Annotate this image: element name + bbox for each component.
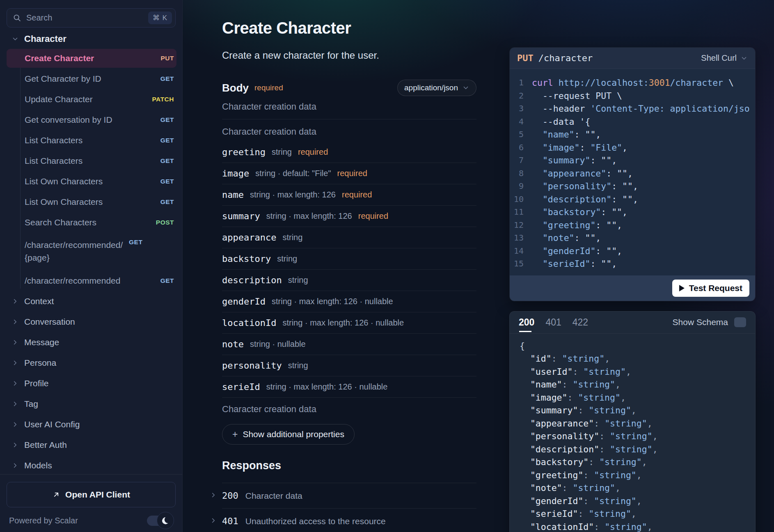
line-number: 12 bbox=[510, 219, 532, 232]
schema-field-row[interactable]: genderIdstring · max length: 126 · nulla… bbox=[222, 291, 476, 312]
response-example-card: 200401422 Show Schema { "id": "string", … bbox=[509, 311, 756, 532]
sidebar-item[interactable]: Get Character by IDGET bbox=[0, 69, 182, 89]
test-request-button[interactable]: Test Request bbox=[672, 280, 749, 297]
schema-field-row[interactable]: serieIdstring · max length: 126 · nullab… bbox=[222, 376, 476, 398]
sidebar-item[interactable]: List CharactersGET bbox=[0, 151, 182, 171]
method-badge: POST bbox=[156, 219, 174, 226]
show-schema-checkbox[interactable] bbox=[734, 317, 746, 327]
schema-field-row[interactable]: imagestring · default: "File"required bbox=[222, 163, 476, 184]
field-name: serieId bbox=[222, 382, 260, 392]
endpoint-label: Search Characters bbox=[25, 218, 151, 227]
field-meta: string bbox=[288, 361, 308, 370]
sidebar-group[interactable]: Persona bbox=[0, 353, 182, 373]
code-text: "summary": "", bbox=[532, 154, 755, 167]
show-additional-properties-button[interactable]: + Show additional properties bbox=[222, 424, 355, 445]
field-name: locationId bbox=[222, 318, 276, 328]
plus-icon: + bbox=[232, 430, 238, 439]
json-line: "userId": "string", bbox=[520, 365, 745, 378]
response-tab-200[interactable]: 200 bbox=[519, 312, 534, 333]
chevron-down-icon bbox=[462, 84, 469, 92]
schema-field-row[interactable]: summarystring · max length: 126required bbox=[222, 206, 476, 227]
code-text: "greeting": "", bbox=[532, 219, 755, 232]
method-badge: GET bbox=[160, 75, 174, 83]
sidebar-item[interactable]: Search CharactersPOST bbox=[0, 212, 182, 233]
sidebar-group[interactable]: Conversation bbox=[0, 312, 182, 332]
search-shortcut-badge: ⌘ K bbox=[148, 11, 172, 24]
schema-description: Character creation data bbox=[222, 126, 476, 138]
response-tabs: 200401422 bbox=[519, 312, 588, 333]
endpoint-label: Create Character bbox=[25, 53, 156, 63]
chevron-down-icon bbox=[740, 55, 748, 62]
chevron-right-icon bbox=[11, 421, 19, 428]
response-tab-422[interactable]: 422 bbox=[572, 312, 588, 333]
schema-field-row[interactable]: locationIdstring · max length: 126 · nul… bbox=[222, 312, 476, 334]
line-number: 8 bbox=[510, 167, 532, 180]
sidebar-endpoints: Create CharacterPUTGet Character by IDGE… bbox=[0, 48, 182, 291]
method-badge: GET bbox=[160, 178, 174, 185]
schema-field-row[interactable]: personalitystring bbox=[222, 355, 476, 376]
responses-list: 200Character data401Unauthorized access … bbox=[222, 483, 476, 532]
sidebar-group[interactable]: Message bbox=[0, 332, 182, 353]
sidebar-group-character[interactable]: Character bbox=[0, 30, 182, 48]
chevron-right-icon bbox=[11, 298, 19, 305]
schema-field-row[interactable]: descriptionstring bbox=[222, 270, 476, 291]
sidebar-item[interactable]: Create CharacterPUT bbox=[0, 48, 182, 69]
sidebar-item[interactable]: /character/recommendedGET bbox=[0, 271, 182, 291]
code-line: 1curl http://localhost:3001/character \ bbox=[510, 76, 755, 89]
endpoint-label: List Characters bbox=[25, 135, 156, 145]
search-input[interactable]: Search ⌘ K bbox=[7, 8, 176, 28]
line-number: 9 bbox=[510, 180, 532, 193]
sidebar-item[interactable]: Get conversation by IDGET bbox=[0, 110, 182, 130]
code-line: 7 "summary": "", bbox=[510, 154, 755, 167]
sidebar-group[interactable]: Better Auth bbox=[0, 435, 182, 455]
method-badge: GET bbox=[160, 116, 174, 124]
sidebar-groups: ContextConversationMessagePersonaProfile… bbox=[0, 291, 182, 474]
json-line: "id": "string", bbox=[520, 352, 745, 365]
json-line: { bbox=[520, 339, 745, 353]
endpoint-label: List Own Characters bbox=[25, 177, 156, 186]
schema-field-row[interactable]: greetingstringrequired bbox=[222, 142, 476, 163]
field-meta: string · default: "File" bbox=[255, 169, 331, 178]
body-label: Body bbox=[222, 82, 249, 94]
schema-field-row[interactable]: appearancestring bbox=[222, 227, 476, 248]
sidebar-group[interactable]: Models bbox=[0, 455, 182, 474]
sidebar-group[interactable]: Tag bbox=[0, 394, 182, 414]
open-api-client-button[interactable]: Open API Client bbox=[7, 482, 176, 507]
response-row[interactable]: 200Character data bbox=[222, 483, 476, 509]
code-line: 6 "image": "File", bbox=[510, 141, 755, 154]
language-value: Shell Curl bbox=[701, 53, 737, 63]
json-line: "locationId": "string", bbox=[520, 521, 745, 532]
chevron-right-icon bbox=[210, 491, 217, 500]
code-text: --data '{ bbox=[532, 115, 755, 128]
search-icon bbox=[13, 14, 21, 22]
field-meta: string bbox=[272, 147, 292, 157]
response-row[interactable]: 401Unauthorized access to the resource bbox=[222, 509, 476, 532]
language-select[interactable]: Shell Curl bbox=[701, 53, 748, 63]
request-card-header: PUT /character Shell Curl bbox=[510, 48, 755, 69]
dark-mode-toggle[interactable] bbox=[147, 515, 174, 526]
sidebar-item[interactable]: /character/recommended/{page}GET bbox=[0, 233, 182, 271]
sidebar-item[interactable]: List CharactersGET bbox=[0, 130, 182, 151]
responses-title: Responses bbox=[222, 459, 476, 472]
endpoint-label: Update Character bbox=[25, 94, 147, 104]
open-api-client-label: Open API Client bbox=[65, 490, 130, 500]
response-tab-401[interactable]: 401 bbox=[545, 312, 561, 333]
sidebar-item[interactable]: List Own CharactersGET bbox=[0, 192, 182, 212]
sidebar-footer: Open API Client Powered by Scalar bbox=[0, 474, 182, 532]
json-line: "greeting": "string", bbox=[520, 469, 745, 482]
content-area: Create Character Create a new character … bbox=[183, 0, 774, 532]
line-number: 10 bbox=[510, 193, 532, 206]
content-type-select[interactable]: application/json bbox=[397, 80, 476, 96]
code-line: 5 "name": "", bbox=[510, 128, 755, 141]
sidebar-item[interactable]: Update CharacterPATCH bbox=[0, 89, 182, 110]
schema-field-row[interactable]: notestring · nullable bbox=[222, 334, 476, 355]
schema-description: Character creation data bbox=[222, 101, 476, 112]
sidebar-item[interactable]: List Own CharactersGET bbox=[0, 171, 182, 192]
schema-field-row[interactable]: backstorystring bbox=[222, 248, 476, 270]
sidebar-group[interactable]: Profile bbox=[0, 373, 182, 394]
sidebar-group[interactable]: Context bbox=[0, 291, 182, 312]
group-label: User AI Config bbox=[24, 420, 80, 429]
schema-field-row[interactable]: namestring · max length: 126required bbox=[222, 184, 476, 206]
sidebar-group[interactable]: User AI Config bbox=[0, 414, 182, 435]
code-text: "name": "", bbox=[532, 128, 755, 141]
